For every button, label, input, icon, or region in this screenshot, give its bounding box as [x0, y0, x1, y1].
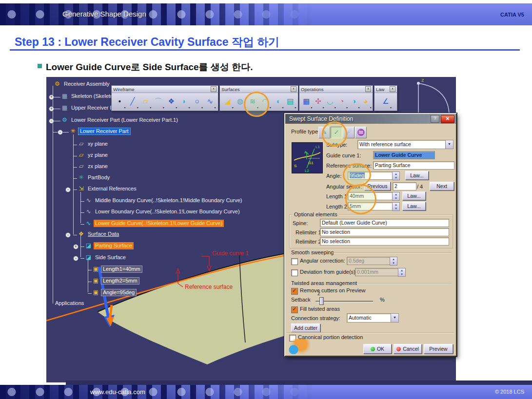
toolbar-wireframe[interactable]: Wireframex•▾╱▾▱▾⌒▾❖▾◗▾○▾∿▾ [111, 85, 218, 111]
reference-surface-field[interactable]: Parting Surface [373, 161, 454, 170]
tree-expand-lower-receiver-part-node[interactable]: - [49, 118, 54, 124]
untrim-icon[interactable]: ◡▾ [324, 95, 336, 109]
extrude-icon[interactable]: ◢▾ [222, 95, 234, 109]
preview-button[interactable]: Preview [424, 344, 453, 354]
subtype-dropdown[interactable]: With reference surface ▼ [357, 140, 453, 149]
cancel-button[interactable]: Cancel [394, 344, 422, 354]
connection-strategy-dropdown[interactable]: Automatic ▼ [347, 313, 399, 323]
dialog-titlebar[interactable]: Swept Surface Definition ? ✕ [285, 114, 456, 124]
length2-spinner[interactable]: ▲▼ [392, 202, 400, 211]
tree-item-partbody[interactable]: PartBody [86, 174, 111, 181]
tree-item-xy-plane[interactable]: xy plane [86, 140, 109, 148]
angular-correction-checkbox[interactable] [291, 258, 298, 265]
close-icon[interactable]: x [211, 86, 217, 92]
dropdown-arrow-icon[interactable]: ▾ [201, 106, 203, 109]
next-button[interactable]: Next [430, 182, 454, 190]
relimiter1-field[interactable]: No selection [320, 228, 449, 236]
tree-item-lower-guide-curve[interactable]: Lower Guide Curve(..!Skeleton.1!Lower Gu… [94, 220, 224, 227]
tree-expand-lower-receiver-part[interactable]: - [58, 130, 63, 135]
dropdown-arrow-icon[interactable]: ▾ [124, 106, 125, 109]
fill-twisted-checkbox[interactable] [291, 306, 298, 313]
help-button[interactable]: ? [431, 115, 439, 123]
close-icon[interactable]: x [390, 86, 395, 92]
close-icon[interactable]: x [291, 86, 296, 92]
chevron-down-icon[interactable]: ▼ [391, 314, 398, 322]
angular-correction-spinner[interactable]: ▲▼ [390, 257, 397, 266]
tree-item-parting-surface[interactable]: Parting Surface [94, 242, 134, 249]
tree-expand-upper-receiver-part[interactable]: + [49, 106, 54, 112]
tree-item-length2[interactable]: Length2=5mm [101, 277, 139, 285]
deviation-checkbox[interactable] [291, 269, 298, 276]
tree-item-lower-receiver-part[interactable]: Lower Receiver Part [78, 128, 131, 135]
dropdown-arrow-icon[interactable]: ▾ [176, 106, 177, 109]
setback-slider-thumb[interactable] [319, 297, 324, 305]
tree-expand-parting-surface[interactable]: + [73, 244, 79, 249]
add-cutter-button[interactable]: Add cutter [291, 323, 320, 332]
spine-field[interactable]: Default (Lower Guide Curve) [320, 219, 449, 227]
intersection-icon[interactable]: ❖▾ [165, 95, 177, 109]
angle-law-button[interactable]: Law... [405, 171, 429, 180]
dropdown-arrow-icon[interactable]: ▾ [137, 106, 138, 109]
swept-surface-dialog[interactable]: Swept Surface Definition ? ✕ Profile typ… [284, 113, 457, 357]
length2-law-button[interactable]: Law... [402, 202, 426, 210]
tree-item-middle-boundary-curve[interactable]: Middle Boundary Curve(..!Skeleton.1!Midd… [94, 197, 243, 204]
boundary-curve-icon[interactable]: ◗▾ [178, 95, 190, 109]
tree-item-lower-receiver-part-node[interactable]: Lower Receiver Part (Lower Receiver Part… [70, 116, 179, 124]
line-icon[interactable]: ╱▾ [127, 95, 138, 109]
tree-item-lower-boundary-curve[interactable]: Lower Boundary Curve(..!Skeleton.1!Lower… [94, 208, 241, 215]
toolbar-operations[interactable]: Operationsx▦▾✣▾◡▾◔▾◑▾◕▾ [299, 85, 373, 111]
dropdown-arrow-icon[interactable]: ▾ [295, 106, 296, 109]
chevron-down-icon[interactable]: ▼ [445, 140, 453, 149]
length1-spinner[interactable]: ▲▼ [392, 192, 400, 201]
setback-slider-track[interactable] [315, 301, 373, 302]
dropdown-arrow-icon[interactable]: ▾ [390, 106, 392, 109]
toolbar-law[interactable]: Lawx∠▾ [374, 85, 397, 111]
tree-expand-side-surface[interactable]: - [73, 256, 79, 261]
tree-expand-skeleton[interactable]: + [49, 95, 54, 100]
split-trim-icon[interactable]: ◑▾ [348, 95, 359, 109]
tree-item-skeleton[interactable]: Skeleton (Skeleton [70, 93, 118, 100]
profile-conic-button[interactable]: ♒ [355, 127, 367, 138]
guide-curve-field[interactable]: Lower Guide Curve [373, 151, 435, 159]
remove-cutters-checkbox[interactable] [291, 288, 298, 295]
tree-expand-surface-data[interactable]: - [65, 232, 71, 238]
dropdown-arrow-icon[interactable]: ▾ [214, 106, 216, 109]
tree-item-zx-plane[interactable]: zx plane [86, 163, 109, 170]
tree-item-length1[interactable]: Length1=40mm [101, 266, 142, 273]
tree-item-external-references[interactable]: External References [86, 185, 138, 192]
tree-item-side-surface[interactable]: Side Surface [94, 254, 127, 261]
tree-item-surface-data[interactable]: Surface Data [86, 230, 120, 238]
projection-icon[interactable]: ⌒▾ [153, 95, 164, 109]
law-icon[interactable]: ∠▾ [380, 95, 392, 109]
length1-law-button[interactable]: Law... [402, 191, 426, 200]
dropdown-arrow-icon[interactable]: ▾ [282, 106, 284, 109]
plane-icon[interactable]: ▱▾ [139, 95, 151, 109]
close-icon[interactable]: x [365, 86, 371, 92]
tree-item-angle[interactable]: Angle=95deg [101, 289, 137, 296]
footer-site-link[interactable]: www.edu-catia.com [90, 388, 145, 396]
circle-icon[interactable]: ○▾ [191, 95, 203, 109]
tree-item-yz-plane[interactable]: yz plane [86, 152, 109, 159]
healing-icon[interactable]: ✣▾ [313, 95, 324, 109]
tree-item-receiver-assembly[interactable]: Receiver Assembly [62, 80, 111, 88]
tree-item-upper-receiver-part[interactable]: Upper Receiver P [70, 104, 115, 112]
dropdown-arrow-icon[interactable]: ▾ [370, 106, 372, 109]
point-icon[interactable]: •▾ [114, 95, 125, 109]
angle-spinner[interactable]: ▲▼ [392, 171, 400, 180]
dropdown-arrow-icon[interactable]: ▾ [150, 106, 151, 109]
close-icon[interactable]: ✕ [441, 115, 454, 123]
spline-icon[interactable]: ∿▾ [204, 95, 216, 109]
relimiter2-field[interactable]: No selection [320, 237, 449, 246]
deviation-spinner[interactable]: ▲▼ [398, 268, 406, 277]
tree-expand-external-references[interactable]: - [65, 187, 71, 192]
join-icon[interactable]: ▦▾ [300, 95, 312, 109]
extract-icon[interactable]: ◔▾ [336, 95, 348, 109]
ok-button[interactable]: OK [363, 344, 392, 354]
fill-icon[interactable]: ◖▾ [272, 95, 284, 109]
blend-icon[interactable]: ▤▾ [284, 95, 296, 109]
dropdown-arrow-icon[interactable]: ▾ [163, 106, 164, 109]
angular-sector-field[interactable]: 2 [393, 182, 416, 190]
dropdown-arrow-icon[interactable]: ▾ [232, 106, 234, 109]
fillet-icon[interactable]: ◕▾ [360, 95, 372, 109]
dropdown-arrow-icon[interactable]: ▾ [189, 106, 190, 109]
